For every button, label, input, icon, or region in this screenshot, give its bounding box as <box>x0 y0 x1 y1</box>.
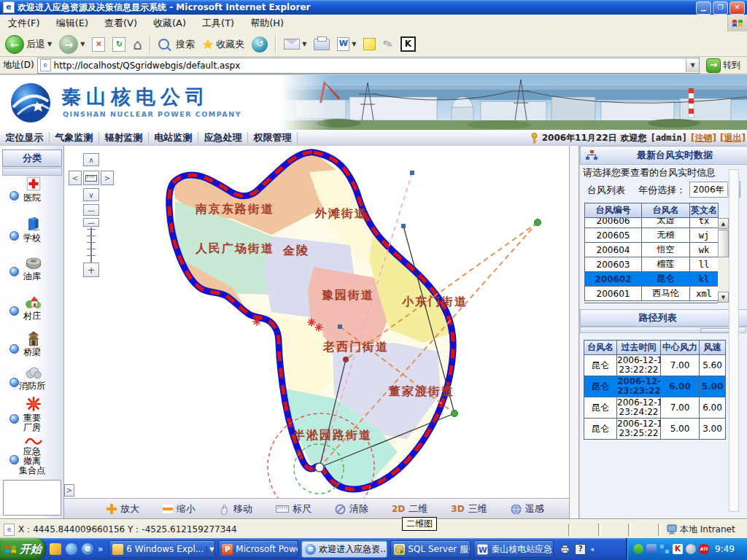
track-row[interactable]: 昆仑 2006-12-123:24:22 7.006.00 <box>584 397 726 419</box>
grid-icon[interactable] <box>659 544 670 554</box>
view-3d-tool[interactable]: 3D 三维 <box>451 502 487 516</box>
close-button[interactable]: ✕ <box>729 1 745 15</box>
pan-up-button[interactable]: ∧ <box>83 153 99 166</box>
back-button[interactable]: ← 后退 ▼ <box>3 35 54 54</box>
sidebar-item-assembly-point[interactable]: 应急 撤离 集合点 <box>0 436 64 475</box>
maximize-button[interactable]: ❐ <box>713 1 728 15</box>
launch-media-icon[interactable] <box>66 543 77 555</box>
remote-sensing-tool[interactable]: 遥感 <box>511 502 544 516</box>
ati-icon[interactable]: ATI <box>699 544 709 554</box>
panel-splitter[interactable] <box>569 146 579 519</box>
zoom-in-tool[interactable]: 放大 <box>107 502 139 516</box>
address-input[interactable]: e http://localhost/QSgridwebgis/default.… <box>37 58 700 74</box>
layer-bullet[interactable] <box>9 191 19 201</box>
key-plant-marker[interactable] <box>308 319 315 326</box>
launch-ie-icon[interactable]: e <box>82 543 93 555</box>
menu-favorites[interactable]: 收藏(A) <box>145 17 194 30</box>
panel-scrollbar-track[interactable] <box>729 169 739 512</box>
typhoon-row[interactable]: 200603榴莲ll <box>585 257 719 272</box>
sidebar-expand-button[interactable]: > <box>64 484 74 497</box>
scroll-down-icon[interactable]: ▼ <box>718 292 729 303</box>
track-row-selected[interactable]: 昆仑 2006-12-123:23:22 6.005.00 <box>584 376 726 397</box>
refresh-button[interactable]: ↻ <box>110 37 128 52</box>
home-button[interactable]: ⌂ <box>131 36 144 53</box>
track-row[interactable]: 昆仑 2006-12-123:25:22 5.003.00 <box>584 419 726 440</box>
pan-left-button[interactable]: < <box>69 171 82 185</box>
layer-bullet[interactable] <box>9 306 19 316</box>
scroll-up-icon[interactable]: ▲ <box>718 218 729 229</box>
help-icon[interactable]: ? <box>575 544 586 555</box>
printer-icon[interactable] <box>560 545 570 553</box>
quick-launch-overflow-icon[interactable]: » <box>98 544 103 554</box>
go-button[interactable]: → 转到 <box>703 58 744 73</box>
layer-bullet[interactable] <box>9 344 19 354</box>
layer-bullet[interactable] <box>9 378 19 387</box>
task-word[interactable]: W 秦山核电站应急... <box>473 540 554 558</box>
antivirus-k-icon[interactable]: K <box>673 544 683 554</box>
volume-icon[interactable] <box>686 544 696 554</box>
typhoon-table-scrollbar[interactable]: ▲ ▼ <box>718 218 729 303</box>
district-map[interactable]: 南京东路街道 外滩街道 人民广场街道 金陵 豫园街道 小东门街道 老西门街道 董… <box>64 146 569 498</box>
measure-button[interactable] <box>83 171 99 185</box>
forward-button[interactable]: → ▼ <box>57 35 87 54</box>
pan-tool[interactable]: 移动 <box>219 502 252 516</box>
menu-view[interactable]: 查看(V) <box>96 17 145 30</box>
layer-bullet[interactable] <box>9 414 19 424</box>
tray-expand-icon[interactable]: ◂ <box>590 545 594 553</box>
address-dropdown-button[interactable]: ▼ <box>686 59 699 72</box>
menu-file[interactable]: 文件(F) <box>0 17 48 30</box>
task-powerpoint[interactable]: P Microsoft PowerP... <box>218 540 298 558</box>
stop-button[interactable]: ✕ <box>90 37 107 52</box>
task-sql-server[interactable]: SQL Server 服务... <box>390 540 471 558</box>
menu-help[interactable]: 帮助(H) <box>242 17 292 30</box>
sidebar-item-school[interactable]: 学校 <box>0 215 64 243</box>
tab-station-monitor[interactable]: 电站监测 <box>149 132 198 144</box>
district-regions[interactable] <box>64 146 569 498</box>
path-list-bar[interactable]: 路径列表 » <box>580 309 747 327</box>
mail-button[interactable]: ▼ <box>282 39 309 50</box>
sidebar-item-key-plant[interactable]: 重要 厂房 <box>0 395 64 432</box>
discuss-button[interactable]: ✎ <box>381 37 395 51</box>
sidebar-item-fire-station[interactable]: 消防所 <box>0 366 64 391</box>
start-button[interactable]: 开始 <box>0 538 45 560</box>
layer-bullet[interactable] <box>9 231 19 241</box>
key-plant-marker[interactable] <box>315 324 322 331</box>
menu-edit[interactable]: 编辑(E) <box>48 17 96 30</box>
sidebar-item-village[interactable]: 村庄 <box>0 293 64 321</box>
back-dropdown-icon[interactable]: ▼ <box>47 41 52 47</box>
tab-permission-manage[interactable]: 权限管理 <box>248 132 298 144</box>
sidebar-item-hospital[interactable]: 医院 <box>0 175 64 203</box>
tab-radiation-monitor[interactable]: 辐射监测 <box>99 132 149 144</box>
tab-locate-display[interactable]: 定位显示 <box>0 132 50 144</box>
horizontal-splitter[interactable] <box>580 327 746 333</box>
layer-bullet[interactable] <box>9 267 19 276</box>
pan-right-button[interactable]: > <box>101 171 114 185</box>
zoom-out-tool[interactable]: 缩小 <box>163 502 196 516</box>
view-2d-tool[interactable]: 2D 二维 <box>392 502 427 516</box>
launch-lightning-icon[interactable] <box>50 543 61 555</box>
typhoon-row-selected[interactable]: 200602昆仑kl <box>585 272 719 287</box>
favorites-button[interactable]: ★ 收藏夹 <box>200 36 247 52</box>
key-plant-marker[interactable] <box>253 318 260 325</box>
forward-dropdown-icon[interactable]: ▼ <box>80 41 85 47</box>
layer-bullet[interactable] <box>9 455 19 464</box>
typhoon-row[interactable]: 200606太虚tx <box>585 218 719 228</box>
notes-button[interactable] <box>361 38 378 50</box>
task-ie-active[interactable]: e 欢迎进入应急资... <box>301 540 387 558</box>
typhoon-row[interactable]: 200605无稽wj <box>585 228 719 243</box>
logout-link[interactable]: [注销] <box>691 132 716 144</box>
sidebar-item-oil-depot[interactable]: 油库 <box>0 254 64 281</box>
exit-link[interactable]: [退出] <box>720 132 746 144</box>
tab-weather-monitor[interactable]: 气象监测 <box>50 132 99 144</box>
typhoon-row[interactable]: 200604悟空wk <box>585 243 719 257</box>
print-button[interactable] <box>311 39 332 50</box>
zoom-in-step-button[interactable]: + <box>83 262 99 277</box>
typhoon-row[interactable]: 200601西马伦xml <box>585 287 719 301</box>
tab-emergency-handle[interactable]: 应急处理 <box>198 132 248 144</box>
zoom-out-step-button[interactable]: — <box>83 204 99 216</box>
map-viewport[interactable]: 南京东路街道 外滩街道 人民广场街道 金陵 豫园街道 小东门街道 老西门街道 董… <box>64 146 569 498</box>
task-windows-explorer[interactable]: 6 Windows Expl... ▼ <box>109 540 215 558</box>
clear-tool[interactable]: 清除 <box>335 502 368 516</box>
minimize-button[interactable]: ▁ <box>696 1 711 15</box>
pan-down-button[interactable]: ∨ <box>83 188 99 201</box>
